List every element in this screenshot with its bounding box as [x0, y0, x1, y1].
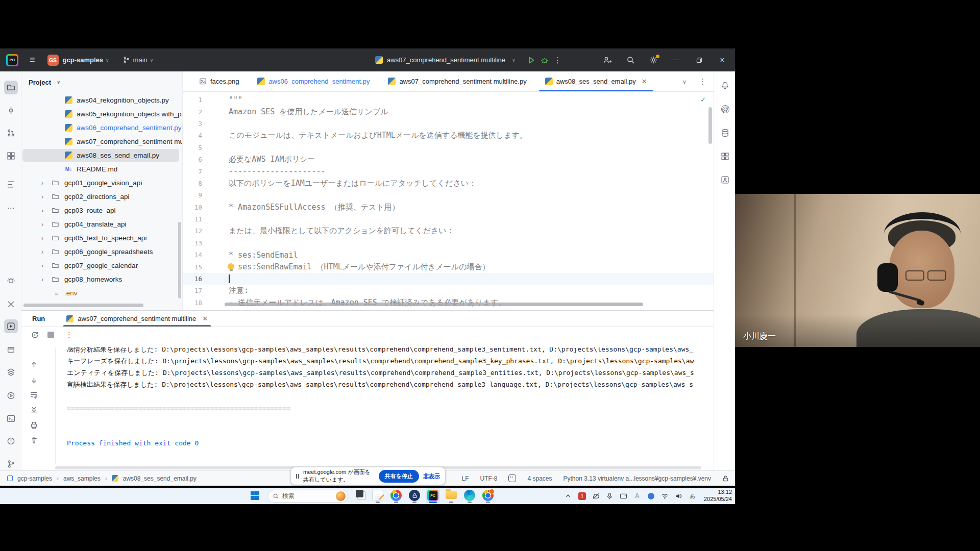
onedrive-paused-icon[interactable]	[592, 492, 600, 500]
editor-line-8[interactable]: 8以下のポリシーをIAMユーザーまたはロールにアタッチしてください：	[183, 178, 714, 189]
file-explorer-taskbar-button[interactable]	[444, 488, 458, 504]
teams-badge-icon[interactable]: 1	[578, 492, 586, 500]
tree-item-aws06-comprehend-sentiment.py[interactable]: aws06_comprehend_sentiment.py	[21, 121, 182, 135]
editor-tab[interactable]: aws07_comprehend_sentiment multiline.py	[379, 71, 535, 91]
structure-icon[interactable]	[4, 178, 18, 191]
inspections-ok-icon[interactable]: ✓	[701, 95, 705, 104]
lock-icon[interactable]	[722, 475, 729, 482]
participant-video[interactable]: 小川慶一	[735, 194, 980, 347]
intention-lightbulb-icon[interactable]	[228, 263, 234, 270]
tests-icon[interactable]	[4, 297, 18, 311]
tree-item-gcp06-google-spreadsheets[interactable]: ›gcp06_google_spreadsheets	[21, 245, 182, 259]
dependencies-icon[interactable]	[718, 149, 732, 163]
tree-item-readme.md[interactable]: M↓README.md	[21, 162, 182, 176]
project-panel-header[interactable]: Project ∨	[29, 76, 60, 89]
arrow-up-icon[interactable]	[27, 358, 41, 371]
letter-a-icon[interactable]: A	[633, 492, 642, 500]
edge-taskbar-button[interactable]	[462, 488, 477, 504]
services-icon[interactable]	[4, 365, 18, 379]
tree-item-aws05-rekognition-objects-with-pos[interactable]: aws05_rekognition_objects with_pos	[21, 107, 182, 121]
hide-bar-link[interactable]: 非表示	[423, 472, 440, 480]
chrome-drive-taskbar-button[interactable]	[389, 488, 403, 504]
project-folder-icon[interactable]	[4, 81, 18, 94]
indent-widget[interactable]: 4 spaces	[527, 475, 552, 482]
editor-line-9[interactable]: 9	[183, 189, 714, 201]
screen-share-icon[interactable]	[619, 492, 628, 500]
close-icon[interactable]: ✕	[642, 78, 647, 85]
debug-button[interactable]	[540, 56, 549, 65]
tree-item-gcp04-translate-api[interactable]: ›gcp04_translate_api	[21, 217, 182, 231]
editor-line-2[interactable]: 2Amazon SES を使用したメール送信サンプル	[183, 106, 714, 117]
database-icon[interactable]	[718, 126, 732, 140]
editor-line-15[interactable]: 15* ses:SendRawEmail （HTMLメールや添付ファイル付きメー…	[183, 261, 714, 272]
volume-icon[interactable]	[674, 492, 683, 500]
problems-icon[interactable]	[4, 434, 18, 448]
tray-chevron-icon[interactable]	[564, 492, 573, 500]
taskbar-clock[interactable]: 13:12 2025/05/24	[704, 489, 732, 503]
chevron-icon[interactable]: ›	[39, 207, 46, 214]
chevron-icon[interactable]: ›	[39, 180, 46, 187]
tree-item-.env[interactable]: ≡.env	[21, 286, 182, 300]
tree-item-aws08-ses-send-email.py[interactable]: aws08_ses_send_email.py	[21, 148, 182, 162]
search-icon[interactable]	[626, 56, 635, 65]
windows-start-button[interactable]	[249, 488, 263, 504]
profiler-icon[interactable]	[718, 173, 732, 187]
editor-tab[interactable]: faces.png	[190, 71, 248, 91]
tree-horizontal-scrollbar[interactable]	[23, 304, 143, 307]
main-menu-icon[interactable]: ≡	[30, 55, 35, 65]
task-view-taskbar-button[interactable]	[352, 488, 366, 504]
notepad-taskbar-button[interactable]	[371, 488, 385, 504]
tree-item-gcp07-google-calendar[interactable]: ›gcp07_google_calendar	[21, 259, 182, 272]
chevron-icon[interactable]: ›	[39, 262, 46, 269]
tree-item-gcp05-text-to-speech-api[interactable]: ›gcp05_text_to_speech_api	[21, 231, 182, 245]
run-tab[interactable]: aws07_comprehend_sentiment multiline ✕	[63, 311, 211, 327]
debugger-icon[interactable]	[4, 273, 18, 287]
editor-line-5[interactable]: 5	[183, 142, 714, 154]
tab-options-icon[interactable]: ⋮	[699, 77, 706, 86]
chevron-icon[interactable]: ›	[39, 193, 46, 201]
project-name[interactable]: gcp-samples	[63, 56, 103, 64]
editor-line-16[interactable]: 16	[183, 273, 714, 285]
line-ending-widget[interactable]: LF	[461, 475, 469, 482]
breadcrumb-item[interactable]: aws08_ses_send_email.py	[123, 475, 197, 482]
soft-wrap-icon[interactable]	[27, 388, 41, 402]
stop-sharing-button[interactable]: 共有を停止	[379, 470, 419, 483]
interpreter-widget[interactable]: Python 3.13 virtualenv a...lessons¥gcp-s…	[564, 475, 712, 482]
clear-all-icon[interactable]	[27, 434, 41, 447]
editor-line-13[interactable]: 13	[183, 237, 714, 249]
window-close-button[interactable]: ×	[718, 56, 727, 65]
taskbar-search-box[interactable]: 検索	[267, 490, 348, 503]
tree-item-aws04-rekognition-objects.py[interactable]: aws04_rekognition_objects.py	[21, 93, 182, 107]
arrow-down-icon[interactable]	[27, 373, 41, 387]
microphone-icon[interactable]	[605, 492, 614, 500]
editor-line-4[interactable]: 4このモジュールは、テキストメールおよびHTMLメールを送信する機能を提供します…	[183, 130, 714, 141]
editor-line-7[interactable]: 7---------------------	[183, 165, 714, 177]
run-more-options-icon[interactable]: ⋮	[65, 330, 73, 339]
wifi-icon[interactable]	[660, 492, 669, 500]
editor-horizontal-scrollbar[interactable]	[225, 303, 643, 306]
settings-gear-icon[interactable]	[649, 56, 658, 65]
tree-item-gcp08-homeworks[interactable]: ›gcp08_homeworks	[21, 272, 182, 286]
pycharm-taskbar-button[interactable]	[426, 488, 440, 504]
encoding-widget[interactable]: UTF-8	[480, 475, 497, 482]
run-panel-title[interactable]: Run	[32, 315, 45, 322]
run-button[interactable]	[527, 56, 536, 65]
add-user-icon[interactable]	[603, 56, 612, 65]
scroll-end-icon[interactable]	[27, 403, 41, 417]
editor-line-3[interactable]: 3	[183, 118, 714, 130]
chevron-icon[interactable]: ›	[39, 276, 46, 283]
close-icon[interactable]: ✕	[202, 315, 208, 322]
plugins-icon[interactable]	[4, 149, 18, 163]
editor-line-14[interactable]: 14* ses:SendEmail	[183, 249, 714, 261]
window-restore-button[interactable]	[695, 56, 704, 65]
window-minimize-button[interactable]	[672, 56, 681, 65]
breadcrumb-item[interactable]: aws_samples	[63, 475, 101, 482]
chevron-icon[interactable]: ›	[39, 221, 46, 228]
chrome-taskbar-button[interactable]	[481, 488, 495, 504]
version-control-icon[interactable]	[4, 457, 18, 471]
breadcrumb-item[interactable]: gcp-samples	[17, 475, 52, 482]
ime-icon[interactable]: あ	[688, 492, 697, 500]
editor-tab[interactable]: aws06_comprehend_sentiment.py	[248, 71, 379, 91]
more-actions-icon[interactable]: ⋮	[553, 56, 562, 65]
tab-list-chevron-icon[interactable]: ∨	[682, 79, 687, 85]
